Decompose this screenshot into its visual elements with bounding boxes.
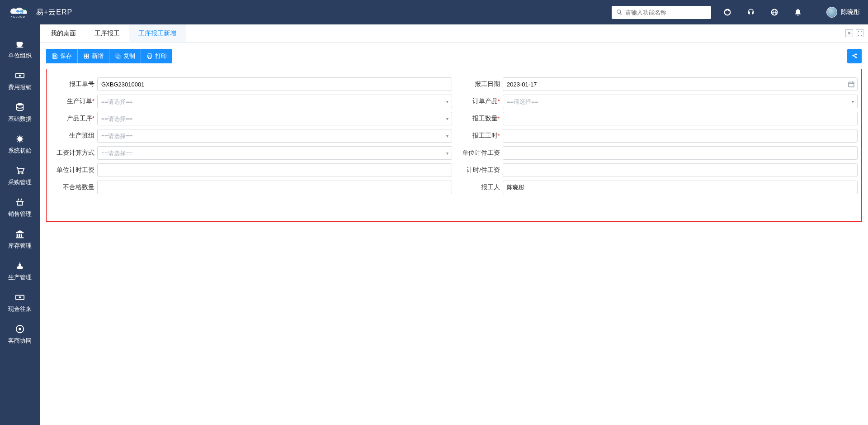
- sidebar-item-sysinit[interactable]: 系统初始: [0, 129, 40, 160]
- logo-area: 千云 KCLOUD 易+云ERP: [5, 5, 72, 20]
- svg-rect-11: [116, 54, 119, 57]
- sidebar: 单位组织 费用报销 基础数据 系统初始 采购管理 销售管理 库存管理 生产管理: [0, 24, 40, 425]
- sidebar-item-purchase[interactable]: 采购管理: [0, 160, 40, 192]
- tabs-controls: ✕ ⛶: [841, 24, 868, 42]
- sidebar-item-inventory[interactable]: 库存管理: [0, 224, 40, 255]
- label-report-date: 报工日期: [456, 80, 503, 88]
- input-time-piece-salary[interactable]: [503, 163, 858, 177]
- ship-icon: [15, 261, 25, 271]
- sidebar-item-label: 采购管理: [8, 178, 32, 186]
- bell-icon[interactable]: [794, 8, 802, 16]
- username: 陈晓彤: [841, 8, 860, 16]
- save-button[interactable]: 保存: [46, 49, 77, 63]
- sidebar-item-label: 客商协同: [8, 337, 32, 345]
- label-time-piece-salary: 计时/件工资: [456, 166, 503, 174]
- sidebar-item-collab[interactable]: 客商协同: [0, 319, 40, 350]
- share-button[interactable]: [847, 49, 862, 63]
- share-icon: [851, 53, 858, 59]
- select-order-product[interactable]: [503, 95, 858, 108]
- browser-icon[interactable]: [723, 8, 731, 16]
- svg-point-5: [19, 75, 21, 77]
- fullscreen-icon[interactable]: ⛶: [856, 29, 863, 37]
- input-unit-piece-salary[interactable]: [503, 146, 858, 160]
- select-prod-order[interactable]: [97, 95, 452, 108]
- user-area[interactable]: 陈晓彤: [826, 7, 860, 18]
- label-product-process: 产品工序*: [50, 115, 97, 123]
- input-reject-qty[interactable]: [97, 181, 452, 194]
- logo-icon: 千云 KCLOUD: [5, 5, 32, 20]
- svg-point-8: [19, 296, 21, 299]
- topbar: 千云 KCLOUD 易+云ERP 陈晓彤: [0, 0, 868, 24]
- select-salary-calc[interactable]: [97, 146, 452, 160]
- select-prod-team[interactable]: [97, 129, 452, 143]
- input-report-hours[interactable]: [503, 129, 858, 143]
- sidebar-item-label: 系统初始: [8, 147, 32, 155]
- label-reporter: 报工人: [456, 183, 503, 191]
- label-report-qty: 报工数量*: [456, 115, 503, 123]
- banknote-icon: [15, 292, 25, 302]
- search-box[interactable]: [612, 6, 711, 19]
- toolbar-buttons: 保存 新增 复制 打印: [46, 49, 172, 63]
- sidebar-item-org[interactable]: 单位组织: [0, 33, 40, 65]
- label-report-hours: 报工工时*: [456, 132, 503, 140]
- sidebar-item-label: 生产管理: [8, 273, 32, 282]
- sidebar-item-label: 单位组织: [8, 52, 32, 60]
- product-name: 易+云ERP: [36, 8, 72, 17]
- banknote-icon: [15, 71, 25, 81]
- input-unit-time-salary[interactable]: [97, 163, 452, 177]
- sidebar-item-label: 基础数据: [8, 115, 32, 123]
- tab-process-report-new[interactable]: 工序报工新增: [129, 24, 186, 42]
- tabs: 我的桌面 工序报工 工序报工新增 ✕ ⛶: [40, 24, 868, 43]
- svg-point-1: [24, 9, 25, 10]
- sidebar-item-production[interactable]: 生产管理: [0, 255, 40, 287]
- svg-text:千云: 千云: [16, 10, 24, 14]
- top-icons: [723, 8, 802, 16]
- label-reject-qty: 不合格数量: [50, 183, 97, 191]
- bank-icon: [15, 229, 25, 239]
- input-reporter[interactable]: [503, 181, 858, 194]
- sidebar-item-basedata[interactable]: 基础数据: [0, 97, 40, 129]
- label-order-product: 订单产品*: [456, 97, 503, 105]
- label-report-no: 报工单号: [50, 80, 97, 88]
- select-product-process[interactable]: [97, 112, 452, 125]
- copy-button[interactable]: 复制: [109, 49, 141, 63]
- sidebar-item-label: 费用报销: [8, 83, 32, 91]
- label-salary-calc: 工资计算方式: [50, 149, 97, 157]
- sidebar-item-label: 库存管理: [8, 242, 32, 250]
- label-unit-time-salary: 单位计时工资: [50, 166, 97, 174]
- globe-icon[interactable]: [770, 8, 778, 16]
- plus-grid-icon: [83, 53, 90, 59]
- copy-icon: [115, 53, 121, 59]
- sidebar-item-cash[interactable]: 现金往来: [0, 287, 40, 319]
- input-report-qty[interactable]: [503, 112, 858, 125]
- label-prod-order: 生产订单*: [50, 97, 97, 105]
- main: 我的桌面 工序报工 工序报工新增 ✕ ⛶ 保存 新增: [40, 24, 868, 425]
- save-icon: [52, 53, 58, 59]
- close-tab-icon[interactable]: ✕: [845, 29, 853, 37]
- basket-icon: [15, 197, 25, 207]
- tab-process-report[interactable]: 工序报工: [85, 24, 129, 42]
- toolbar: 保存 新增 复制 打印: [46, 49, 862, 63]
- label-prod-team: 生产班组: [50, 132, 97, 140]
- sidebar-item-label: 销售管理: [8, 210, 32, 218]
- print-icon: [146, 53, 153, 59]
- new-button[interactable]: 新增: [77, 49, 109, 63]
- search-icon: [616, 9, 623, 15]
- sidebar-item-expense[interactable]: 费用报销: [0, 65, 40, 97]
- svg-point-10: [19, 328, 21, 330]
- sidebar-item-sales[interactable]: 销售管理: [0, 192, 40, 224]
- sidebar-item-label: 现金往来: [8, 305, 32, 313]
- print-button[interactable]: 打印: [141, 49, 172, 63]
- input-report-date[interactable]: [503, 77, 858, 91]
- headset-icon[interactable]: [747, 8, 755, 16]
- form-outline: 报工单号 报工日期 生产订单* ▾: [46, 69, 862, 222]
- database-icon: [15, 102, 25, 112]
- tab-desktop[interactable]: 我的桌面: [42, 24, 85, 42]
- input-report-no[interactable]: [97, 77, 452, 91]
- collab-icon: [15, 324, 25, 334]
- svg-text:KCLOUD: KCLOUD: [10, 15, 25, 18]
- coffee-icon: [15, 39, 25, 49]
- content: 保存 新增 复制 打印: [40, 43, 868, 425]
- search-input[interactable]: [623, 9, 707, 16]
- asterisk-icon: [15, 134, 25, 144]
